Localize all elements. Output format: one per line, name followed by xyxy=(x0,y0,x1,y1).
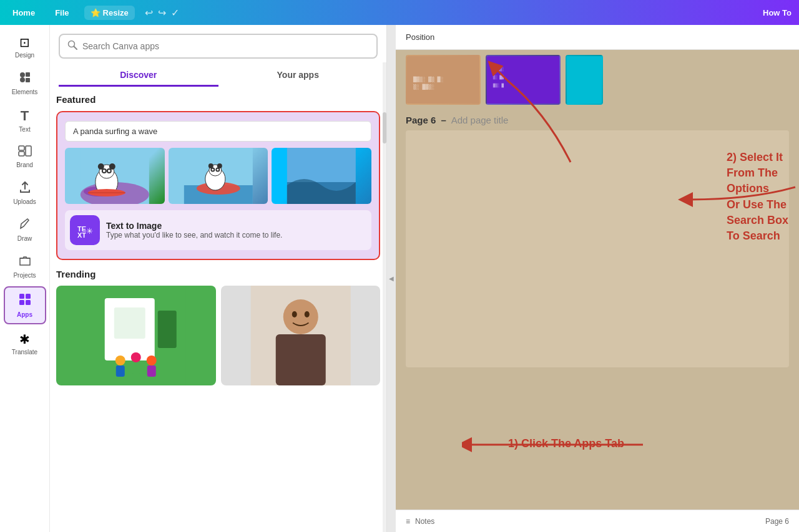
collapse-icon: ◀ xyxy=(389,275,394,282)
ai-image-3 xyxy=(272,148,371,204)
redo-button[interactable]: ↪ xyxy=(158,7,166,19)
panel-scroll-area[interactable]: Featured A panda surfing a wave xyxy=(50,87,386,532)
sidebar-label-translate: Translate xyxy=(12,349,37,355)
text-icon: T xyxy=(21,108,29,124)
svg-point-57 xyxy=(304,311,309,317)
ai-images-row xyxy=(65,148,371,204)
scrollbar-track xyxy=(383,62,386,532)
svg-point-36 xyxy=(212,169,213,171)
svg-text:✳: ✳ xyxy=(86,226,93,236)
svg-text:█ ▓▒░: █ ▓▒░ xyxy=(493,67,504,72)
svg-rect-65 xyxy=(567,56,603,105)
panel-search-area xyxy=(50,25,386,59)
svg-text:XT: XT xyxy=(77,231,86,239)
ai-prompt-input[interactable]: A panda surfing a wave xyxy=(65,121,371,142)
main-layout: ⊡ Design Elements T Text Brand Uploads xyxy=(0,25,799,532)
scrollbar-thumb[interactable] xyxy=(383,112,386,143)
featured-section: Featured A panda surfing a wave xyxy=(56,94,380,260)
page-6-add-title[interactable]: Add page title xyxy=(451,115,509,125)
svg-rect-5 xyxy=(19,152,24,156)
uploads-icon xyxy=(19,181,31,196)
featured-box: A panda surfing a wave xyxy=(56,111,380,260)
trending-card-2[interactable] xyxy=(221,286,381,385)
undo-button[interactable]: ↩ xyxy=(145,7,153,19)
sidebar-item-elements[interactable]: Elements xyxy=(4,66,46,100)
ai-image-1 xyxy=(65,148,165,204)
file-nav-button[interactable]: File xyxy=(50,6,74,20)
icon-sidebar: ⊡ Design Elements T Text Brand Uploads xyxy=(0,25,50,532)
undo-redo-group: ↩ ↪ ✓ xyxy=(145,7,179,19)
featured-title: Featured xyxy=(56,94,380,105)
svg-rect-3 xyxy=(26,78,30,82)
page-thumb-1[interactable]: █▓▒░ ▓▒ █░ ▒░ █▓▒░ xyxy=(406,55,481,105)
tti-title: Text to Image xyxy=(106,221,282,231)
svg-point-37 xyxy=(217,169,218,171)
svg-point-49 xyxy=(131,352,141,362)
collapse-handle[interactable]: ◀ xyxy=(387,25,396,532)
page-thumb-2[interactable]: █ ▓▒░ ▒░ █▓ ▓▒░ █ xyxy=(486,55,561,105)
svg-text:▓▒░ █: ▓▒░ █ xyxy=(493,83,504,88)
search-icon xyxy=(67,40,77,52)
svg-point-23 xyxy=(103,170,105,172)
svg-point-51 xyxy=(147,355,157,365)
how-to-label[interactable]: How To xyxy=(763,8,792,17)
page-thumbnails-row: █▓▒░ ▓▒ █░ ▒░ █▓▒░ █ ▓▒░ ▒░ █▓ ▓▒░ █ xyxy=(396,50,799,110)
svg-rect-45 xyxy=(114,307,145,339)
page-6-dash: – xyxy=(441,115,446,125)
sidebar-item-translate[interactable]: ✱ Translate xyxy=(4,327,46,360)
canvas-content: █▓▒░ ▓▒ █░ ▒░ █▓▒░ █ ▓▒░ ▒░ █▓ ▓▒░ █ xyxy=(396,50,799,510)
svg-rect-8 xyxy=(26,294,31,299)
resize-nav-button[interactable]: ⭐ Resize xyxy=(84,6,135,20)
sidebar-item-projects[interactable]: Projects xyxy=(4,249,46,284)
ai-image-2 xyxy=(169,148,268,204)
sidebar-label-uploads: Uploads xyxy=(13,198,36,205)
svg-rect-48 xyxy=(116,365,125,377)
svg-rect-61 xyxy=(487,56,559,104)
search-box[interactable] xyxy=(59,34,378,59)
page-thumb-3[interactable] xyxy=(566,55,603,105)
elements-icon xyxy=(19,71,31,87)
svg-rect-52 xyxy=(147,365,156,377)
home-nav-button[interactable]: Home xyxy=(7,6,40,20)
svg-rect-4 xyxy=(19,146,24,150)
sidebar-item-brand[interactable]: Brand xyxy=(4,140,46,173)
bottom-bar: ≡ Notes Page 6 xyxy=(396,510,799,532)
sidebar-label-draw: Draw xyxy=(17,235,32,242)
svg-point-54 xyxy=(283,299,318,334)
sidebar-item-apps[interactable]: Apps xyxy=(4,286,46,324)
sidebar-label-projects: Projects xyxy=(13,272,36,279)
sidebar-item-draw[interactable]: Draw xyxy=(4,213,46,247)
text-to-image-card[interactable]: TE XT ✳ Text to Image Type what you'd li… xyxy=(65,210,371,250)
position-bar: Position xyxy=(396,25,799,50)
page-6-canvas[interactable] xyxy=(406,130,789,367)
top-navigation: Home File ⭐ Resize ↩ ↪ ✓ How To xyxy=(0,0,799,25)
trending-card-1[interactable] xyxy=(56,286,216,385)
sidebar-item-uploads[interactable]: Uploads xyxy=(4,176,46,210)
sidebar-label-elements: Elements xyxy=(12,89,38,95)
trending-grid xyxy=(56,286,380,385)
apps-icon xyxy=(18,293,32,309)
svg-rect-7 xyxy=(19,294,24,299)
tti-description: Type what you'd like to see, and watch i… xyxy=(106,231,282,239)
panel-tabs: Discover Your apps xyxy=(50,59,386,87)
notes-label: Notes xyxy=(415,517,434,526)
check-button[interactable]: ✓ xyxy=(171,7,179,19)
sidebar-label-design: Design xyxy=(15,52,34,59)
svg-rect-50 xyxy=(132,362,140,374)
tab-discover[interactable]: Discover xyxy=(59,65,218,87)
svg-rect-55 xyxy=(275,334,325,385)
sidebar-label-text: Text xyxy=(19,126,30,133)
svg-rect-46 xyxy=(158,311,177,348)
svg-rect-9 xyxy=(19,300,24,305)
draw-icon xyxy=(19,218,31,233)
page-6-number: Page 6 xyxy=(406,115,436,125)
svg-text:▒░ █▓: ▒░ █▓ xyxy=(493,75,504,80)
page-6-section: Page 6 – Add page title xyxy=(396,110,799,372)
search-input[interactable] xyxy=(82,41,369,51)
tab-your-apps[interactable]: Your apps xyxy=(218,65,378,87)
position-label: Position xyxy=(406,32,434,42)
svg-point-0 xyxy=(20,72,25,77)
sidebar-item-text[interactable]: T Text xyxy=(4,103,46,138)
sidebar-item-design[interactable]: ⊡ Design xyxy=(4,30,46,64)
brand-icon xyxy=(18,145,32,160)
